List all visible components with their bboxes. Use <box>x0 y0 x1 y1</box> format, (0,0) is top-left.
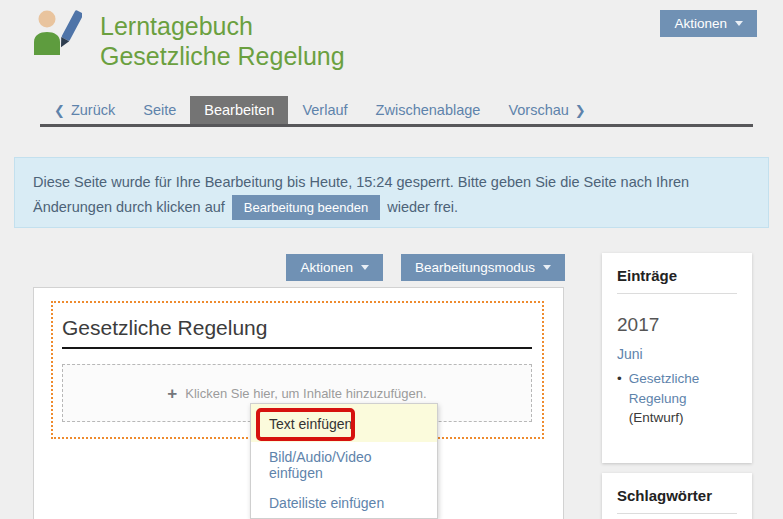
entries-panel-title: Einträge <box>617 267 737 294</box>
keywords-panel: Schlagwörter <box>602 473 752 519</box>
learning-journal-icon <box>32 9 82 55</box>
list-item: • Gesetzliche Regelung (Entwurf) <box>617 369 737 428</box>
entries-panel: Einträge 2017 Juni • Gesetzliche Regelun… <box>602 253 752 463</box>
tab-seite[interactable]: Seite <box>129 96 190 124</box>
finish-editing-button[interactable]: Bearbeitung beenden <box>232 195 380 220</box>
keywords-panel-title: Schlagwörter <box>617 487 737 514</box>
chevron-right-icon: ❯ <box>575 103 586 118</box>
tab-back[interactable]: ❮ Zurück <box>40 96 129 124</box>
tab-verlauf[interactable]: Verlauf <box>288 96 361 124</box>
editor-toolbar: Aktionen Bearbeitungsmodus <box>33 254 565 281</box>
caret-down-icon <box>361 265 369 270</box>
add-content-hint: Klicken Sie hier, um Inhalte hinzuzufüge… <box>185 386 426 401</box>
entries-year: 2017 <box>617 314 737 336</box>
insert-content-menu: Text einfügen Bild/Audio/Video einfügen … <box>250 403 438 519</box>
bullet-icon: • <box>617 369 622 428</box>
entry-link[interactable]: Gesetzliche Regelung <box>629 371 700 406</box>
tab-bearbeiten[interactable]: Bearbeiten <box>190 96 288 124</box>
chevron-left-icon: ❮ <box>54 103 65 118</box>
entry-status-badge: (Entwurf) <box>629 410 684 425</box>
page-title: Lerntagebuch Gesetzliche Regelung <box>100 11 345 71</box>
plus-icon: + <box>167 385 177 402</box>
caret-down-icon <box>543 265 551 270</box>
editor-actions-button[interactable]: Aktionen <box>286 254 383 281</box>
object-type-title: Lerntagebuch <box>100 11 345 41</box>
menu-item-insert-text[interactable]: Text einfügen <box>251 404 437 442</box>
tab-bar: ❮ Zurück Seite Bearbeiten Verlauf Zwisch… <box>40 96 753 127</box>
header-actions-button[interactable]: Aktionen <box>660 10 757 37</box>
entry-heading: Gesetzliche Regelung <box>62 316 532 349</box>
lock-notice-text-after: wieder frei. <box>387 199 458 215</box>
entries-month-link[interactable]: Juni <box>617 346 737 362</box>
object-name-title: Gesetzliche Regelung <box>100 41 345 71</box>
caret-down-icon <box>735 21 743 26</box>
lock-notice: Diese Seite wurde für Ihre Bearbeitung b… <box>14 157 769 228</box>
menu-item-insert-filelist[interactable]: Dateiliste einfügen <box>251 488 437 518</box>
tab-zwischenablage[interactable]: Zwischenablage <box>362 96 495 124</box>
menu-item-insert-media[interactable]: Bild/Audio/Video einfügen <box>251 442 437 488</box>
editing-mode-button[interactable]: Bearbeitungsmodus <box>401 254 565 281</box>
tab-vorschau[interactable]: Vorschau ❯ <box>494 96 599 124</box>
